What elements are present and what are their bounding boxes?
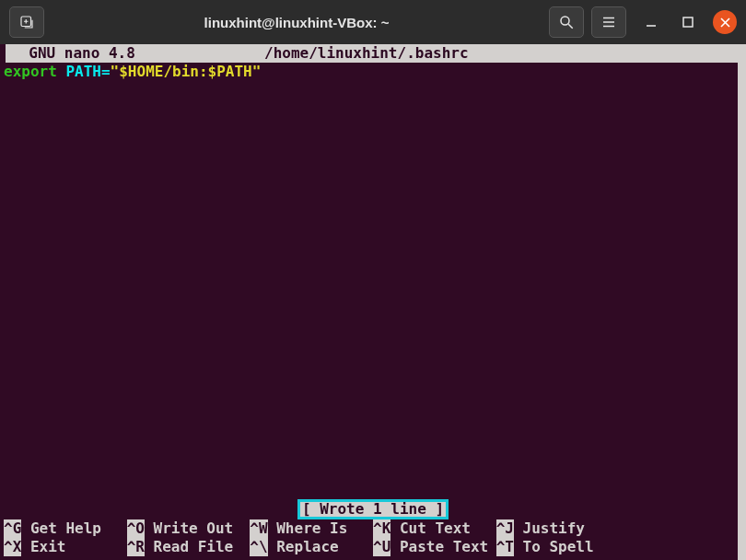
new-tab-button[interactable] bbox=[9, 6, 44, 38]
terminal-body[interactable]: GNU nano 4.8 /home/linuxhint/.bashrc exp… bbox=[0, 44, 746, 560]
svg-rect-7 bbox=[683, 18, 693, 27]
shortcut-justify: ^J Justify bbox=[496, 519, 620, 538]
close-button[interactable] bbox=[713, 10, 737, 34]
nano-header: GNU nano 4.8 /home/linuxhint/.bashrc bbox=[6, 44, 740, 63]
terminal-window: linuxhint@linuxhint-VBox: ~ GNU nano 4.8… bbox=[0, 0, 746, 560]
svg-line-2 bbox=[568, 24, 573, 29]
token-keyword: export bbox=[4, 63, 57, 80]
shortcut-read-file: ^R Read File bbox=[127, 538, 251, 556]
shortcut-cut-text: ^K Cut Text bbox=[373, 519, 496, 538]
minimize-button[interactable] bbox=[639, 10, 663, 34]
shortcut-write-out: ^O Write Out bbox=[127, 519, 251, 538]
status-message: [ Wrote 1 line ] bbox=[297, 499, 449, 519]
hamburger-menu-button[interactable] bbox=[591, 6, 626, 38]
nano-filepath: /home/linuxhint/.bashrc bbox=[264, 44, 735, 63]
shortcut-paste-text: ^U Paste Text bbox=[373, 538, 496, 556]
shortcut-to-spell: ^T To Spell bbox=[496, 538, 620, 556]
svg-point-1 bbox=[561, 17, 569, 25]
token-string: "$HOME/bin:$PATH" bbox=[111, 63, 262, 80]
status-row: [ Wrote 1 line ] bbox=[0, 499, 746, 519]
shortcut-empty-1 bbox=[619, 519, 742, 538]
titlebar: linuxhint@linuxhint-VBox: ~ bbox=[0, 0, 746, 44]
token-variable: PATH= bbox=[57, 63, 111, 80]
shortcut-get-help: ^G Get Help bbox=[4, 519, 127, 538]
window-title: linuxhint@linuxhint-VBox: ~ bbox=[52, 15, 542, 30]
search-button[interactable] bbox=[549, 6, 584, 38]
maximize-button[interactable] bbox=[676, 10, 700, 34]
scrollbar[interactable] bbox=[738, 44, 746, 560]
editor-area[interactable]: export PATH="$HOME/bin:$PATH" bbox=[0, 63, 746, 499]
shortcut-where-is: ^W Where Is bbox=[250, 519, 373, 538]
window-controls bbox=[639, 10, 737, 34]
shortcut-empty-2 bbox=[619, 538, 742, 556]
shortcut-exit: ^X Exit bbox=[4, 538, 127, 556]
nano-version: GNU nano 4.8 bbox=[11, 44, 264, 63]
shortcut-replace: ^\ Replace bbox=[250, 538, 373, 556]
code-line-1: export PATH="$HOME/bin:$PATH" bbox=[4, 63, 742, 81]
shortcut-bar: ^G Get Help ^O Write Out ^W Where Is ^K … bbox=[0, 519, 746, 560]
